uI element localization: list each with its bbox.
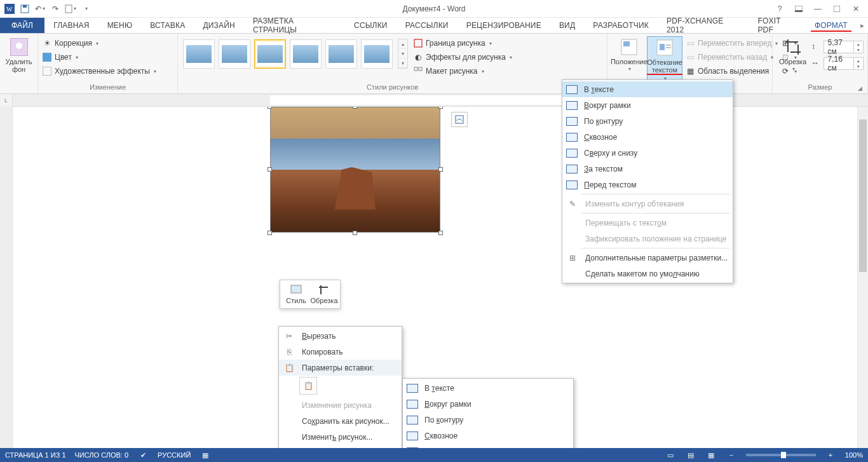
tab-references[interactable]: ССЫЛКИ <box>345 18 397 33</box>
gallery-scroll[interactable]: ▴▾▾ <box>398 39 408 69</box>
vertical-scrollbar[interactable] <box>857 107 868 448</box>
tab-mailings[interactable]: РАССЫЛКИ <box>397 18 458 33</box>
color-button[interactable]: Цвет▾ <box>42 50 78 64</box>
wrap-tight[interactable]: По контуру <box>403 412 573 428</box>
paste-option-icon[interactable]: 📋 <box>299 377 317 395</box>
ribbon-options-icon[interactable] <box>790 2 807 16</box>
resize-handle[interactable] <box>353 231 357 235</box>
help-icon[interactable]: ? <box>771 2 788 16</box>
wrap-behind[interactable]: За текстом <box>562 161 733 177</box>
zoom-out-icon[interactable]: − <box>726 450 737 460</box>
zoom-in-icon[interactable]: + <box>825 450 836 460</box>
style-thumb[interactable] <box>361 39 393 69</box>
style-thumb[interactable] <box>290 39 322 69</box>
resize-handle[interactable] <box>268 231 272 235</box>
picture-styles-gallery[interactable]: ▴▾▾ <box>182 36 409 71</box>
vertical-ruler[interactable] <box>0 107 13 448</box>
position-button[interactable]: Положение▾ <box>611 36 647 72</box>
selected-image[interactable] <box>270 107 440 233</box>
spellcheck-icon[interactable]: ✔ <box>137 450 149 460</box>
document-canvas[interactable]: Стиль Обрезка ✂Вырезать ⎘Копировать 📋Пар… <box>13 107 868 448</box>
resize-handle[interactable] <box>438 167 443 172</box>
send-backward-button[interactable]: ▭Переместить назад▾ <box>685 50 778 64</box>
status-language[interactable]: РУССКИЙ <box>158 451 191 459</box>
wrap-topbottom[interactable]: Сверху и снизу <box>562 145 733 161</box>
tab-page-layout[interactable]: РАЗМЕТКА СТРАНИЦЫ <box>244 18 345 33</box>
resize-handle[interactable] <box>268 167 272 172</box>
save-icon[interactable] <box>18 2 32 16</box>
qat-customize-icon[interactable]: ▾ <box>79 2 93 16</box>
tab-home[interactable]: ГЛАВНАЯ <box>44 18 98 33</box>
style-thumb[interactable] <box>325 39 357 69</box>
corrections-button[interactable]: ☀Коррекция▾ <box>42 36 98 50</box>
mi-copy[interactable]: ⎘Копировать <box>279 344 402 360</box>
resize-handle[interactable] <box>353 107 357 109</box>
maximize-icon[interactable] <box>829 2 845 16</box>
resize-handle[interactable] <box>268 107 272 109</box>
mi-edit-picture[interactable]: Изменить рисунок... <box>279 429 402 445</box>
view-print-icon[interactable]: ▤ <box>685 450 696 460</box>
dialog-launcher-icon[interactable]: ◢ <box>858 85 862 92</box>
tab-review[interactable]: РЕЦЕНЗИРОВАНИЕ <box>458 18 550 33</box>
undo-icon[interactable]: ↶▾ <box>33 2 47 16</box>
mini-style-button[interactable]: Стиль <box>283 283 309 306</box>
minimize-icon[interactable]: — <box>810 2 826 16</box>
horizontal-ruler[interactable] <box>13 94 868 107</box>
zoom-value[interactable]: 100% <box>845 451 863 459</box>
height-field[interactable]: ↕ 5,37 см▴▾ <box>811 40 864 54</box>
wrap-set-default[interactable]: Сделать макетом по умолчанию <box>562 266 733 282</box>
style-thumb[interactable] <box>219 39 250 69</box>
wrap-through[interactable]: Сквозное <box>562 129 733 145</box>
layout-options-icon[interactable] <box>451 112 468 127</box>
artistic-effects-button[interactable]: Художественные эффекты▾ <box>42 64 156 78</box>
status-page[interactable]: СТРАНИЦА 1 ИЗ 1 <box>5 451 66 459</box>
tab-view[interactable]: ВИД <box>550 18 584 33</box>
selection-pane-button[interactable]: ▦Область выделения <box>685 64 778 78</box>
tab-foxit[interactable]: Foxit PDF <box>749 18 805 33</box>
macro-icon[interactable]: ▦ <box>200 450 211 460</box>
wrap-tight[interactable]: По контуру <box>562 113 733 129</box>
bring-forward-button[interactable]: ▭Переместить вперед▾ <box>685 36 778 50</box>
svg-rect-13 <box>414 67 417 71</box>
tab-file[interactable]: ФАЙЛ <box>0 18 44 33</box>
wrap-text-button[interactable]: Обтекание текстом▾ <box>647 36 682 83</box>
picture-border-button[interactable]: Граница рисунка▾ <box>413 36 512 50</box>
mi-save-as-picture[interactable]: Сохранить как рисунок... <box>279 413 402 429</box>
tab-developer[interactable]: РАЗРАБОТЧИК <box>584 18 658 33</box>
mi-cut[interactable]: ✂Вырезать <box>279 328 402 344</box>
tab-pdfxchange[interactable]: PDF-XChange 2012 <box>658 18 749 33</box>
tab-menu[interactable]: Меню <box>98 18 142 33</box>
new-doc-icon[interactable]: ▾ <box>64 2 78 16</box>
view-read-icon[interactable]: ▭ <box>665 450 676 460</box>
redo-icon[interactable]: ↷ <box>48 2 62 16</box>
picture-effects-button[interactable]: ◐Эффекты для рисунка▾ <box>413 50 512 64</box>
remove-background-button[interactable]: Удалить фон <box>4 36 34 73</box>
resize-handle[interactable] <box>438 107 443 109</box>
view-web-icon[interactable]: ▦ <box>705 450 717 460</box>
width-field[interactable]: ↔ 7,16 см▴▾ <box>811 57 864 71</box>
tab-overflow-icon[interactable]: ▸ <box>857 18 868 33</box>
wrap-inline[interactable]: В тексте <box>562 81 733 97</box>
tab-insert[interactable]: ВСТАВКА <box>141 18 194 33</box>
wrap-square[interactable]: Вокруг рамки <box>403 396 573 412</box>
wrap-square[interactable]: Вокруг рамки <box>562 97 733 113</box>
resize-handle[interactable] <box>438 231 443 235</box>
wrap-more-options[interactable]: ⊞Дополнительные параметры разметки... <box>562 250 733 266</box>
wrap-front[interactable]: Перед текстом <box>562 177 733 193</box>
svg-rect-21 <box>456 116 463 123</box>
word-app-icon[interactable]: W <box>3 2 17 16</box>
style-thumb[interactable] <box>183 39 215 69</box>
style-thumb[interactable] <box>254 39 286 69</box>
crop-button[interactable]: Обрезка▾ <box>776 36 809 72</box>
window-title: Документ4 - Word <box>402 4 465 13</box>
mini-crop-button[interactable]: Обрезка <box>311 283 337 306</box>
wrap-topbottom[interactable]: Сверху и снизу <box>403 444 573 448</box>
wrap-through[interactable]: Сквозное <box>403 428 573 444</box>
status-words[interactable]: ЧИСЛО СЛОВ: 0 <box>75 451 129 459</box>
wrap-inline[interactable]: В тексте <box>403 380 573 396</box>
tab-design[interactable]: ДИЗАЙН <box>194 18 244 33</box>
picture-layout-button[interactable]: Макет рисунка▾ <box>413 64 512 78</box>
tab-format[interactable]: ФОРМАТ <box>806 18 857 33</box>
zoom-slider[interactable] <box>746 454 816 456</box>
close-icon[interactable]: ✕ <box>848 2 864 16</box>
